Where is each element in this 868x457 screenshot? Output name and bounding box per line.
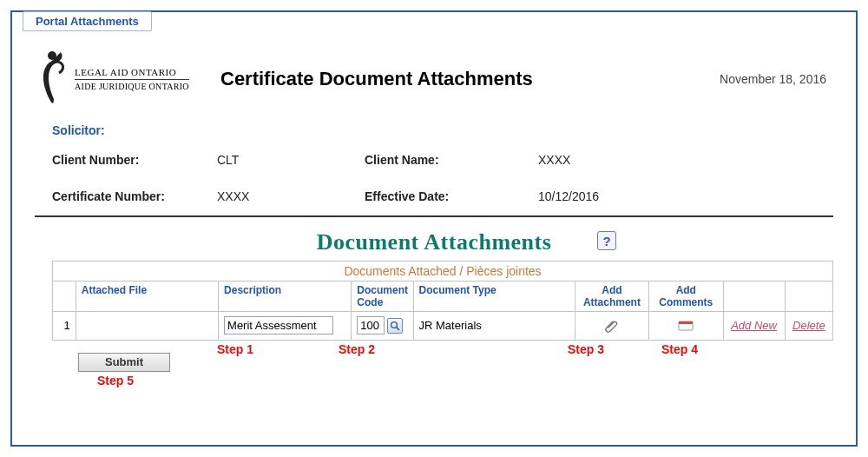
doc-attach-section-title: Document Attachments <box>317 229 552 255</box>
certificate-number-value: XXXX <box>217 189 365 203</box>
app-frame: Portal Attachments LEGAL AID ONTARIO AID… <box>10 10 858 447</box>
document-type-cell: JR Materials <box>413 312 575 340</box>
info-grid: Client Number: CLT Client Name: XXXX Cer… <box>52 153 816 203</box>
description-input[interactable] <box>224 316 333 334</box>
col-rownum <box>53 281 76 312</box>
effective-date-value: 10/12/2016 <box>538 189 686 203</box>
client-name-label: Client Name: <box>365 153 538 167</box>
client-name-value: XXXX <box>538 153 686 167</box>
col-add-attachment[interactable]: Add Attachment <box>575 281 648 312</box>
add-attachment-cell <box>575 312 648 340</box>
col-add-new <box>723 281 785 312</box>
header-row: LEGAL AID ONTARIO AIDE JURIDIQUE ONTARIO… <box>26 42 842 118</box>
brand-logo: LEGAL AID ONTARIO AIDE JURIDIQUE ONTARIO <box>35 49 200 109</box>
add-comments-cell <box>649 312 723 340</box>
col-document-code[interactable]: Document Code <box>352 281 413 312</box>
lookup-button[interactable] <box>387 318 403 334</box>
document-code-cell <box>352 312 413 340</box>
doc-table-wrap: Documents Attached / Pièces jointes <box>52 261 833 341</box>
magnify-icon <box>390 321 400 331</box>
step-5-label: Step 5 <box>97 374 134 387</box>
svg-point-1 <box>391 321 398 328</box>
paperclip-icon[interactable] <box>581 317 643 334</box>
add-new-link[interactable]: Add New <box>731 319 777 332</box>
comment-icon[interactable] <box>654 319 717 333</box>
step-3-label: Step 3 <box>568 342 604 356</box>
col-add-comments[interactable]: Add Comments <box>649 281 723 312</box>
col-description[interactable]: Description <box>219 281 352 312</box>
logo-text-main: LEGAL AID ONTARIO <box>75 67 189 77</box>
logo-text-sub: AIDE JURIDIQUE ONTARIO <box>75 82 189 91</box>
doc-table-caption: Documents Attached / Pièces jointes <box>53 262 832 281</box>
delete-link[interactable]: Delete <box>792 319 825 332</box>
col-delete <box>785 281 832 312</box>
col-attached-file[interactable]: Attached File <box>76 281 218 312</box>
submit-button[interactable]: Submit <box>78 353 170 372</box>
svg-line-2 <box>397 327 399 329</box>
step-2-label: Step 2 <box>339 342 375 356</box>
logo-mark-icon <box>35 49 69 109</box>
document-code-input[interactable] <box>357 316 385 334</box>
section-divider <box>35 215 833 217</box>
col-document-type[interactable]: Document Type <box>413 281 575 312</box>
page-title: Certificate Document Attachments <box>220 68 699 90</box>
step-1-label: Step 1 <box>217 342 253 356</box>
description-cell <box>219 312 352 340</box>
content-area: LEGAL AID ONTARIO AIDE JURIDIQUE ONTARIO… <box>26 12 842 387</box>
effective-date-label: Effective Date: <box>365 189 538 203</box>
doc-attach-title-row: Document Attachments ? <box>26 229 842 255</box>
annotations-row: Step 1 Step 2 Step 3 Step 4 Submit Step … <box>52 344 833 387</box>
help-icon[interactable]: ? <box>597 231 616 250</box>
info-block: Solicitor: Client Number: CLT Client Nam… <box>26 118 842 203</box>
header-date: November 18, 2016 <box>720 72 826 86</box>
step-4-label: Step 4 <box>661 342 698 356</box>
table-header-row: Attached File Description Document Code … <box>53 281 832 312</box>
attached-file-cell <box>76 312 218 340</box>
client-number-label: Client Number: <box>52 153 217 167</box>
svg-rect-4 <box>679 321 693 324</box>
certificate-number-label: Certificate Number: <box>52 189 217 203</box>
doc-table: Attached File Description Document Code … <box>53 281 832 340</box>
tab-portal-attachments[interactable]: Portal Attachments <box>23 11 152 31</box>
client-number-value: CLT <box>217 153 365 167</box>
table-row: 1 <box>53 312 832 340</box>
solicitor-label: Solicitor: <box>52 123 816 137</box>
row-number: 1 <box>53 312 76 340</box>
